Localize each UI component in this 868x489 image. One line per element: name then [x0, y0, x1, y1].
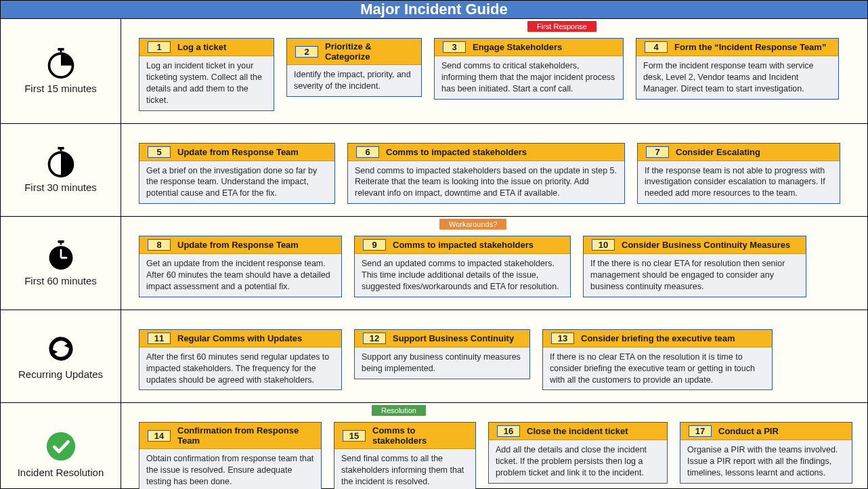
step-title: Comms to impacted stakeholders	[393, 240, 534, 250]
phase-content: 11Regular Comms with UpdatesAfter the fi…	[121, 310, 867, 403]
incident-guide: Major Incident Guide First 15 minutesFir…	[0, 0, 868, 489]
step-body: If there is no clear ETA on the resoluti…	[543, 347, 772, 390]
svg-rect-9	[60, 249, 62, 258]
step-number: 15	[343, 430, 366, 442]
step-card: 5Update from Response TeamGet a brief on…	[139, 143, 335, 205]
step-card: 8Update from Response TeamGet an update …	[139, 236, 342, 297]
phase-tag: Resolution	[372, 405, 426, 416]
step-body: Support any business continuity measures…	[355, 347, 529, 379]
step-body: Organise a PIR with the teams involved. …	[680, 440, 852, 483]
phase-tag: Workarounds?	[439, 219, 506, 230]
page-title: Major Incident Guide	[1, 1, 867, 19]
recurring-icon	[45, 333, 77, 364]
step-body: Send final comms to all the stakeholders…	[334, 449, 475, 489]
step-title: Comms to stakeholders	[372, 425, 467, 446]
phase-label-text: Incident Resolution	[18, 467, 104, 478]
phase-row: First 15 minutesFirst Response1Log a tic…	[1, 19, 867, 124]
step-card: 14Confirmation from Response TeamObtain …	[139, 422, 322, 489]
step-body: Add all the details and close the incide…	[489, 440, 667, 483]
phase-content: First Response1Log a ticketLog an incide…	[121, 19, 867, 123]
phase-label-text: First 60 minutes	[24, 275, 97, 286]
step-body: Send comms to critical stakeholders, inf…	[435, 56, 623, 99]
step-card-header: 1Log a ticket	[139, 39, 274, 56]
step-card: 9Comms to impacted stakeholdersSend an u…	[354, 236, 571, 297]
step-card-header: 16Close the incident ticket	[489, 423, 667, 440]
step-title: Regular Comms with Updates	[177, 333, 302, 343]
step-title: Conduct a PIR	[718, 426, 779, 436]
step-card-header: 10Consider Business Continuity Measures	[584, 236, 806, 254]
svg-point-13	[46, 432, 74, 461]
step-number: 13	[551, 333, 574, 344]
step-card-header: 15Comms to stakeholders	[334, 423, 475, 449]
step-body: Send an updated comms to impacted stakeh…	[355, 254, 570, 297]
step-card: 15Comms to stakeholdersSend final comms …	[334, 422, 476, 489]
stopwatch-half-icon	[45, 146, 77, 177]
step-number: 3	[443, 41, 466, 53]
step-number: 10	[592, 239, 615, 251]
phase-content: Resolution14Confirmation from Response T…	[121, 403, 867, 489]
phase-label: First 60 minutes	[1, 217, 121, 310]
step-body: After the first 60 minutes send regular …	[139, 347, 341, 390]
step-title: Comms to impacted stakeholders	[386, 147, 527, 157]
check-circle-icon	[45, 430, 77, 463]
step-number: 11	[148, 333, 171, 344]
svg-rect-1	[60, 50, 62, 53]
phase-row: Recurring Updates11Regular Comms with Up…	[1, 310, 867, 404]
step-body: If the there is no clear ETA for resolut…	[584, 254, 806, 297]
stopwatch-quarter-icon	[45, 47, 77, 79]
step-body: Get an update from the incident response…	[139, 254, 341, 297]
step-body: If the response team is not able to prog…	[638, 161, 840, 204]
phase-label: First 15 minutes	[1, 19, 121, 123]
step-card-header: 5Update from Response Team	[139, 144, 334, 161]
step-card: 10Consider Business Continuity MeasuresI…	[583, 236, 806, 297]
phase-label: First 30 minutes	[1, 124, 121, 217]
step-number: 2	[295, 46, 318, 58]
step-body: Send comms to impacted stakeholders base…	[348, 161, 624, 204]
step-card: 7Consider EscalatingIf the response team…	[637, 143, 840, 205]
step-card: 1Log a ticketLog an incident ticket in y…	[139, 38, 274, 111]
step-number: 12	[363, 333, 386, 344]
step-number: 9	[363, 239, 386, 251]
step-body: Identify the impact, priority, and sever…	[287, 65, 421, 96]
phase-tag: First Response	[527, 21, 596, 32]
svg-rect-4	[60, 149, 62, 152]
step-title: Update from Response Team	[177, 147, 299, 157]
step-title: Confirmation from Response Team	[177, 425, 313, 446]
step-number: 7	[646, 146, 669, 158]
step-card: 3Engage StakeholdersSend comms to critic…	[434, 38, 624, 100]
step-title: Update from Response Team	[177, 240, 299, 250]
stopwatch-full-icon	[45, 240, 77, 271]
step-body: Get a brief on the investigation done so…	[139, 161, 334, 204]
step-card: 17Conduct a PIROrganise a PIR with the t…	[680, 422, 852, 484]
step-number: 14	[148, 430, 171, 442]
phase-row: First 30 minutes5Update from Response Te…	[1, 124, 867, 217]
phase-label-text: First 30 minutes	[24, 182, 97, 193]
step-title: Form the “Incident Response Team”	[674, 42, 826, 52]
step-card-header: 7Consider Escalating	[638, 144, 840, 161]
step-title: Consider briefing the executive team	[581, 333, 735, 343]
step-card: 4Form the “Incident Response Team”Form t…	[636, 38, 839, 100]
step-body: Log an incident ticket in your ticketing…	[139, 56, 274, 110]
step-title: Support Business Continuity	[393, 333, 514, 343]
step-card: 11Regular Comms with UpdatesAfter the fi…	[139, 329, 342, 391]
step-title: Consider Business Continuity Measures	[622, 240, 790, 250]
phase-label: Incident Resolution	[1, 403, 121, 489]
step-card-header: 2Prioritize & Categorize	[287, 39, 421, 65]
step-number: 8	[148, 239, 171, 251]
step-title: Close the incident ticket	[527, 426, 628, 436]
step-number: 16	[497, 425, 520, 437]
svg-rect-10	[61, 257, 67, 259]
step-number: 4	[645, 41, 668, 53]
step-card-header: 8Update from Response Team	[139, 236, 341, 254]
step-card: 2Prioritize & CategorizeIdentify the imp…	[286, 38, 422, 97]
step-body: Form the incident response team with ser…	[636, 56, 838, 99]
step-number: 5	[148, 146, 171, 158]
step-card-header: 13Consider briefing the executive team	[543, 330, 772, 347]
step-card-header: 4Form the “Incident Response Team”	[636, 39, 838, 56]
step-card: 13Consider briefing the executive teamIf…	[542, 329, 773, 391]
step-title: Log a ticket	[177, 42, 226, 52]
phase-content: 5Update from Response TeamGet a brief on…	[121, 124, 867, 217]
step-card: 12Support Business ContinuitySupport any…	[354, 329, 530, 379]
step-card-header: 14Confirmation from Response Team	[139, 423, 321, 449]
svg-rect-7	[60, 242, 62, 245]
